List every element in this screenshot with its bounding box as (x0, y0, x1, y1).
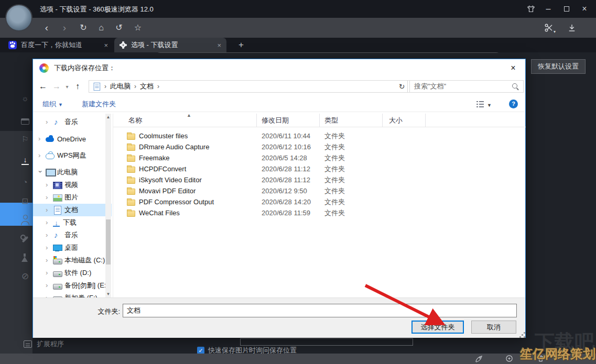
download-icon[interactable]: ↓ (21, 156, 29, 165)
forward-icon[interactable]: › (58, 18, 71, 38)
undo-icon[interactable]: ↺ (112, 18, 126, 38)
view-mode-icon[interactable] (476, 101, 484, 107)
search-input[interactable]: 搜索"文档" (409, 80, 524, 93)
favorite-star-icon[interactable]: ☆ (131, 18, 145, 38)
file-row[interactable]: HCPDFConvert2020/6/28 11:12文件夹 (113, 163, 526, 174)
tree-item[interactable]: ›文档 (33, 204, 112, 216)
tree-item[interactable]: ›视频 (33, 179, 112, 191)
sidebar-item-extensions[interactable]: 扩展程序 (24, 339, 64, 349)
downloads-icon[interactable] (565, 18, 579, 38)
tree-item[interactable]: ›桌面 (33, 241, 112, 254)
desktop-icon (53, 244, 61, 252)
file-row[interactable]: DRmare Audio Capture2020/6/12 10:16文件夹 (113, 141, 526, 152)
file-row[interactable]: WeChat Files2020/6/28 11:59文件夹 (113, 207, 526, 218)
column-size[interactable]: 大小 (383, 114, 426, 127)
pie-icon[interactable]: ◔ (20, 177, 30, 187)
new-folder-button[interactable]: 新建文件夹 (82, 100, 116, 109)
flag-icon[interactable]: ⚐ (20, 134, 30, 145)
close-button[interactable]: × (577, 4, 592, 14)
dialog-close-icon[interactable]: × (506, 62, 520, 74)
column-name[interactable]: 名称 (113, 114, 257, 127)
help-icon[interactable]: ? (509, 100, 518, 108)
breadcrumb-this-pc[interactable]: 此电脑 (110, 82, 131, 91)
expander-icon[interactable]: › (46, 294, 50, 298)
rocket-icon[interactable] (475, 355, 483, 363)
sun-settings-icon[interactable]: ☼ (20, 93, 30, 104)
expander-icon[interactable]: › (46, 206, 50, 214)
expander-icon[interactable]: › (46, 181, 50, 189)
scrollbar-thumb[interactable] (106, 219, 111, 264)
nav-up-icon[interactable]: ↑ (71, 82, 84, 91)
tree-scrollbar[interactable]: ▲ ▼ (105, 114, 111, 297)
user-avatar[interactable] (5, 4, 32, 31)
refresh-icon[interactable]: ↻ (396, 80, 408, 93)
column-date[interactable]: 修改日期 (257, 114, 320, 127)
back-icon[interactable]: ‹ (40, 18, 53, 38)
tab-close-icon[interactable]: × (217, 41, 221, 49)
view-mode-caret-icon[interactable]: ▼ (487, 103, 492, 108)
tab-settings[interactable]: 选项 - 下载设置 × (114, 38, 226, 52)
tree-item[interactable]: ›下载 (33, 216, 112, 229)
organize-menu[interactable]: 组织▼ (42, 100, 63, 109)
file-row[interactable]: Movavi PDF Editor2020/6/12 9:50文件夹 (113, 185, 526, 196)
expander-icon[interactable]: › (38, 135, 42, 142)
scroll-up-icon[interactable]: ▲ (105, 115, 111, 119)
file-row[interactable]: Freemake2020/6/5 14:28文件夹 (113, 152, 526, 163)
wrench-icon[interactable] (20, 235, 30, 245)
nav-history-chevron-icon[interactable]: ▾ (63, 84, 71, 90)
flask-icon[interactable] (20, 253, 30, 263)
tree-item[interactable]: ›软件 (D:) (33, 267, 112, 279)
screenshot-scissors-icon[interactable]: ▾ (541, 18, 557, 38)
tree-item[interactable]: ›本地磁盘 (C:) (33, 254, 112, 267)
tab-label: 百度一下，你就知道 (21, 40, 82, 50)
expander-icon[interactable]: › (46, 281, 50, 289)
breadcrumb[interactable]: › 此电脑 › 文档 › ▾ (89, 80, 430, 93)
scroll-down-icon[interactable]: ▼ (105, 292, 111, 296)
tree-item-label: 软件 (D:) (64, 268, 91, 278)
refresh-icon[interactable]: ↻ (77, 18, 90, 38)
expander-icon[interactable]: › (46, 269, 50, 277)
column-type[interactable]: 类型 (320, 114, 383, 127)
enter-box-icon[interactable]: ⊡ (20, 196, 30, 206)
new-tab-button[interactable]: + (235, 39, 247, 51)
expander-icon[interactable]: › (37, 170, 45, 174)
tree-item[interactable]: ›备份[勿删] (E:) (33, 279, 112, 292)
expander-icon[interactable]: › (46, 256, 50, 264)
file-row[interactable]: Coolmuster files2020/6/11 10:44文件夹 (113, 130, 526, 141)
block-icon[interactable]: ⊘ (20, 271, 30, 282)
person-icon[interactable] (20, 215, 30, 225)
expander-icon[interactable]: › (46, 244, 50, 251)
expander-icon[interactable]: › (38, 151, 42, 159)
cancel-button[interactable]: 取消 (471, 321, 516, 334)
tree-item[interactable]: ›OneDrive (33, 133, 112, 145)
nav-forward-icon[interactable]: → (50, 82, 63, 91)
tab-close-icon[interactable]: × (104, 41, 108, 49)
expander-icon[interactable]: › (46, 231, 50, 239)
expander-icon[interactable]: › (46, 118, 50, 126)
file-list-header: 名称 修改日期 类型 大小 ▲ (113, 114, 526, 127)
expander-icon[interactable]: › (46, 218, 50, 226)
tree-item[interactable]: ›图片 (33, 191, 112, 204)
tab-baidu[interactable]: 百度一下，你就知道 × (3, 38, 113, 52)
tree-item[interactable]: ›新加卷 (F:) (33, 292, 112, 297)
file-row[interactable]: iSkysoft Video Editor2020/6/28 11:12文件夹 (113, 174, 526, 185)
tree-item[interactable]: ›WPS网盘 (33, 149, 112, 162)
tree-item[interactable]: ›音乐 (33, 116, 112, 128)
browser-window-icon[interactable] (21, 118, 29, 125)
maximize-button[interactable] (559, 4, 575, 14)
file-row[interactable]: PDF Compressor Output2020/6/28 14:20文件夹 (113, 196, 526, 207)
nav-back-icon[interactable]: ← (36, 82, 50, 91)
folder-name-input[interactable] (123, 304, 517, 317)
tree-item[interactable]: ›此电脑 (33, 166, 112, 179)
tree-item[interactable]: ›音乐 (33, 229, 112, 241)
restore-defaults-button[interactable]: 恢复默认设置 (531, 59, 586, 74)
minimize-button[interactable]: – (540, 4, 556, 14)
home-icon[interactable]: ⌂ (94, 18, 108, 38)
folder-tree: ›音乐›OneDrive›WPS网盘›此电脑›视频›图片›文档›下载›音乐›桌面… (33, 114, 112, 297)
clock-plus-icon[interactable] (505, 355, 514, 363)
checkbox-checked-icon[interactable]: ✓ (197, 347, 204, 354)
breadcrumb-documents[interactable]: 文档 (140, 82, 154, 91)
resize-grip[interactable] (522, 334, 523, 336)
expander-icon[interactable]: › (46, 193, 50, 201)
theme-tshirt-icon[interactable] (523, 4, 539, 14)
